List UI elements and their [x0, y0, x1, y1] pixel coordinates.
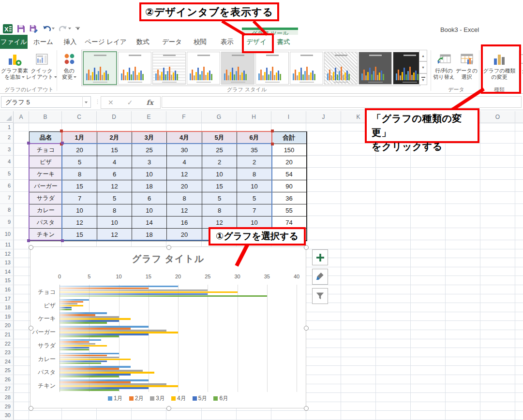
- customize-qat-button[interactable]: [75, 27, 80, 30]
- chart-bar-1月-チキン[interactable]: [60, 379, 149, 381]
- row-header-3[interactable]: 3: [0, 144, 14, 156]
- row-header-13[interactable]: 13: [0, 258, 14, 267]
- chart-bar-1月-カレー[interactable]: [60, 353, 119, 354]
- row-header-4[interactable]: 4: [0, 156, 14, 168]
- chart-bar-5月-ケーキ[interactable]: [60, 320, 119, 321]
- chart-bar-6月-サラダ[interactable]: [60, 349, 89, 350]
- row-header-2[interactable]: 2: [0, 131, 14, 144]
- tab-file[interactable]: ファイル: [0, 35, 28, 49]
- chart-selection-handle[interactable]: [304, 406, 309, 411]
- chart-style-thumbnail-6[interactable]: [255, 52, 289, 85]
- chart-bar-5月-ピザ[interactable]: [60, 307, 72, 308]
- column-header-A[interactable]: A: [14, 111, 29, 123]
- row-header-22[interactable]: 22: [0, 339, 14, 348]
- chart-style-thumbnail-8[interactable]: [324, 52, 358, 85]
- chart-bar-5月-サラダ[interactable]: [60, 347, 89, 348]
- range-handle[interactable]: [271, 130, 274, 132]
- chart-bar-1月-サラダ[interactable]: [60, 339, 101, 341]
- chart-style-thumbnail-4[interactable]: [187, 52, 220, 85]
- row-header-15[interactable]: 15: [0, 276, 14, 285]
- chart-bar-3月-ケーキ[interactable]: [60, 316, 119, 318]
- undo-button[interactable]: [43, 25, 55, 32]
- chart-bar-4月-サラダ[interactable]: [60, 345, 107, 347]
- name-box[interactable]: グラフ 5: [1, 96, 91, 108]
- chart-bar-4月-ピザ[interactable]: [60, 305, 83, 306]
- chart-bar-3月-カレー[interactable]: [60, 357, 119, 358]
- row-header-19[interactable]: 19: [0, 312, 14, 321]
- row-header-23[interactable]: 23: [0, 348, 14, 357]
- row-header-30[interactable]: 30: [0, 411, 14, 420]
- legend-item-5月[interactable]: 5月: [193, 394, 208, 403]
- range-handle[interactable]: [271, 143, 274, 145]
- row-header-8[interactable]: 8: [0, 204, 14, 216]
- chart-bar-3月-バーガー[interactable]: [60, 330, 166, 331]
- row-header-9[interactable]: 9: [0, 216, 14, 228]
- chart-style-thumbnail-10[interactable]: [393, 52, 420, 85]
- chart-bar-5月-パスタ[interactable]: [60, 374, 131, 375]
- chart-bar-3月-サラダ[interactable]: [60, 343, 95, 345]
- chart-bar-2月-サラダ[interactable]: [60, 341, 89, 343]
- chart-style-thumbnail-7[interactable]: [290, 52, 323, 85]
- select-data-button[interactable]: データの選択: [455, 50, 478, 80]
- tab-format[interactable]: 書式: [271, 35, 296, 49]
- chart-selection-handle[interactable]: [29, 245, 33, 250]
- table-cell[interactable]: 150: [272, 144, 307, 156]
- row-header-5[interactable]: 5: [0, 168, 14, 180]
- row-header-10[interactable]: 10: [0, 228, 14, 240]
- chart-bar-4月-カレー[interactable]: [60, 359, 131, 360]
- enter-icon[interactable]: ✓: [127, 99, 133, 106]
- row-header-26[interactable]: 26: [0, 375, 14, 384]
- chart-bar-3月-チキン[interactable]: [60, 383, 166, 385]
- row-header-14[interactable]: 14: [0, 267, 14, 276]
- embedded-chart[interactable]: グラフ タイトル 0510152025303540 チョコピザケーキバーガーサラ…: [30, 246, 306, 408]
- table-cell[interactable]: 54: [272, 168, 307, 180]
- legend-item-1月[interactable]: 1月: [108, 394, 123, 403]
- switch-row-column-button[interactable]: 行/列の切り替え: [433, 50, 455, 80]
- undo-dropdown-icon[interactable]: [52, 28, 55, 29]
- range-handle[interactable]: [27, 142, 30, 145]
- chart-bar-2月-バーガー[interactable]: [60, 328, 131, 329]
- tab-7[interactable]: 表示: [214, 35, 240, 49]
- row-header-20[interactable]: 20: [0, 321, 14, 330]
- chart-bar-6月-ピザ[interactable]: [60, 309, 72, 310]
- chart-bar-1月-ケーキ[interactable]: [60, 312, 107, 314]
- chart-style-thumbnail-9[interactable]: [359, 52, 392, 85]
- range-handle[interactable]: [61, 239, 64, 242]
- save-as-icon[interactable]: [30, 25, 38, 33]
- excel-logo-icon[interactable]: X: [3, 24, 13, 33]
- gallery-scroll-down-icon[interactable]: ▼: [419, 61, 427, 73]
- table-cell[interactable]: 品名: [30, 132, 62, 144]
- chart-style-thumbnail-5[interactable]: [221, 52, 254, 85]
- chart-bar-1月-バーガー[interactable]: [60, 326, 149, 327]
- tab-2[interactable]: 挿入: [58, 35, 82, 49]
- row-header-6[interactable]: 6: [0, 180, 14, 192]
- row-header-25[interactable]: 25: [0, 366, 14, 375]
- chart-style-thumbnail-1[interactable]: [83, 51, 117, 85]
- chart-bar-4月-チキン[interactable]: [60, 385, 178, 387]
- chart-styles-button[interactable]: [312, 269, 328, 285]
- chart-bar-3月-チョコ[interactable]: [60, 290, 208, 291]
- redo-dropdown-icon[interactable]: [68, 28, 71, 29]
- chart-bar-4月-チョコ[interactable]: [60, 291, 238, 293]
- table-cell[interactable]: 合計: [272, 132, 307, 144]
- quick-layout-button[interactable]: クイックレイアウト: [29, 50, 55, 80]
- chart-bar-6月-チョコ[interactable]: [60, 295, 267, 297]
- chart-bar-3月-パスタ[interactable]: [60, 370, 143, 371]
- row-header-27[interactable]: 27: [0, 384, 14, 393]
- row-header-7[interactable]: 7: [0, 192, 14, 204]
- chart-bar-6月-カレー[interactable]: [60, 362, 101, 364]
- row-header-24[interactable]: 24: [0, 357, 14, 366]
- chart-bar-6月-パスタ[interactable]: [60, 376, 119, 377]
- select-all-corner[interactable]: [0, 111, 14, 123]
- formula-input[interactable]: [162, 96, 522, 108]
- legend-item-4月[interactable]: 4月: [171, 394, 186, 403]
- column-header-F[interactable]: F: [166, 111, 202, 123]
- chart-bar-2月-ケーキ[interactable]: [60, 314, 95, 316]
- gallery-more-icon[interactable]: ▼: [419, 73, 427, 85]
- column-header-I[interactable]: I: [271, 111, 306, 123]
- chart-bar-4月-バーガー[interactable]: [60, 332, 178, 333]
- chart-elements-button[interactable]: [312, 249, 328, 265]
- column-header-O[interactable]: O: [480, 111, 515, 123]
- table-cell[interactable]: 20: [272, 156, 307, 168]
- tab-6[interactable]: 校閲: [187, 35, 213, 49]
